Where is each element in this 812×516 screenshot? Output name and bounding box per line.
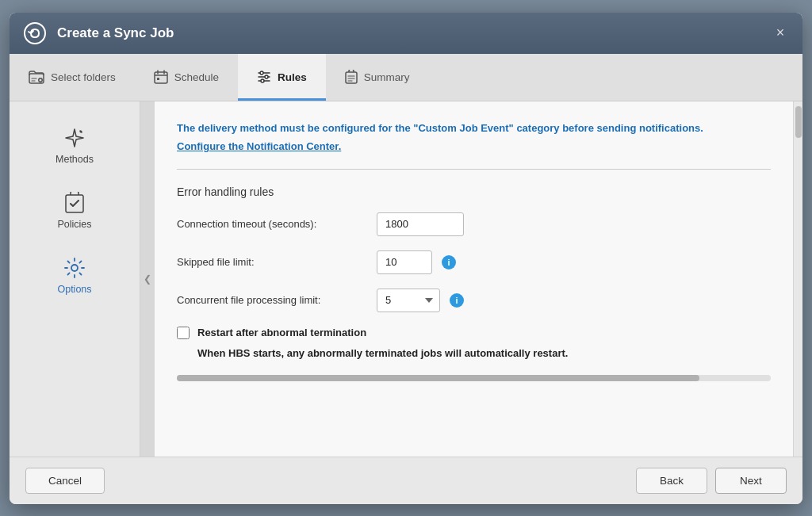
title-bar-left: Create a Sync Job bbox=[22, 21, 174, 46]
scrollbar-thumb[interactable] bbox=[177, 375, 699, 381]
sync-icon bbox=[22, 21, 48, 46]
close-button[interactable]: × bbox=[771, 24, 790, 43]
tab-rules[interactable]: Rules bbox=[238, 54, 326, 101]
tab-bar: Select folders Schedule bbox=[10, 54, 802, 101]
sidebar: Methods Policies bbox=[10, 101, 140, 457]
back-button[interactable]: Back bbox=[636, 468, 707, 494]
restart-checkbox[interactable] bbox=[177, 327, 190, 339]
dialog: Create a Sync Job × Select folders bbox=[10, 13, 802, 504]
concurrent-limit-row: Concurrent file processing limit: 1 2 3 … bbox=[177, 289, 771, 312]
footer: Cancel Back Next bbox=[10, 457, 802, 504]
sparkle-icon bbox=[63, 127, 86, 149]
sidebar-options-label: Options bbox=[57, 284, 91, 295]
title-bar: Create a Sync Job × bbox=[10, 13, 802, 54]
svg-point-12 bbox=[265, 75, 268, 78]
restart-checkbox-row: Restart after abnormal termination bbox=[177, 327, 771, 339]
chevron-left-icon: ❮ bbox=[144, 273, 151, 285]
sidebar-policies-label: Policies bbox=[57, 219, 91, 230]
skipped-file-input[interactable] bbox=[377, 250, 432, 274]
skipped-file-info-icon[interactable]: i bbox=[442, 255, 456, 269]
panel-collapse-arrow[interactable]: ❮ bbox=[140, 101, 155, 457]
clipboard-icon bbox=[345, 70, 358, 84]
tab-summary-label: Summary bbox=[364, 71, 410, 83]
notification-text: The delivery method must be configured f… bbox=[177, 120, 771, 136]
sidebar-item-options[interactable]: Options bbox=[27, 247, 122, 304]
calendar-icon bbox=[154, 70, 168, 84]
svg-rect-14 bbox=[346, 72, 357, 83]
sliders-icon bbox=[257, 70, 271, 84]
right-scrollbar[interactable] bbox=[793, 101, 802, 457]
folders-icon bbox=[29, 70, 44, 84]
content-area: The delivery method must be configured f… bbox=[155, 101, 793, 457]
divider bbox=[177, 169, 771, 170]
connection-timeout-input[interactable] bbox=[377, 212, 464, 236]
cancel-button[interactable]: Cancel bbox=[25, 468, 105, 494]
main-content: Methods Policies bbox=[10, 101, 802, 457]
tab-schedule[interactable]: Schedule bbox=[135, 54, 238, 101]
footer-right: Back Next bbox=[636, 468, 787, 494]
tab-select-folders-label: Select folders bbox=[51, 71, 116, 83]
concurrent-limit-label: Concurrent file processing limit: bbox=[177, 294, 367, 306]
gear-icon bbox=[63, 257, 86, 279]
tab-rules-label: Rules bbox=[278, 71, 307, 83]
svg-point-13 bbox=[261, 79, 264, 82]
tab-schedule-label: Schedule bbox=[174, 71, 219, 83]
next-button[interactable]: Next bbox=[715, 468, 787, 494]
svg-rect-3 bbox=[155, 72, 167, 83]
tab-summary[interactable]: Summary bbox=[326, 54, 429, 101]
skipped-file-limit-row: Skipped file limit: i bbox=[177, 250, 771, 274]
scrollbar-track bbox=[177, 375, 771, 381]
connection-timeout-label: Connection timeout (seconds): bbox=[177, 218, 367, 230]
svg-point-11 bbox=[260, 71, 263, 75]
dialog-title: Create a Sync Job bbox=[57, 25, 174, 41]
concurrent-limit-select[interactable]: 1 2 3 4 5 10 20 bbox=[377, 289, 440, 312]
notification-link[interactable]: Configure the Notification Center. bbox=[177, 140, 341, 152]
sidebar-item-methods[interactable]: Methods bbox=[27, 117, 122, 174]
skipped-file-label: Skipped file limit: bbox=[177, 256, 367, 268]
connection-timeout-row: Connection timeout (seconds): bbox=[177, 212, 771, 236]
svg-point-0 bbox=[25, 23, 45, 44]
concurrent-info-icon[interactable]: i bbox=[450, 293, 464, 308]
sidebar-methods-label: Methods bbox=[56, 154, 94, 165]
restart-checkbox-desc: When HBS starts, any abnormally terminat… bbox=[197, 347, 771, 359]
clipboard-check-icon bbox=[64, 192, 85, 214]
notification-box: The delivery method must be configured f… bbox=[177, 120, 771, 155]
tab-select-folders[interactable]: Select folders bbox=[10, 54, 135, 101]
svg-rect-7 bbox=[157, 78, 159, 80]
section-title: Error handling rules bbox=[177, 185, 771, 198]
sidebar-item-policies[interactable]: Policies bbox=[27, 182, 122, 239]
restart-checkbox-label[interactable]: Restart after abnormal termination bbox=[197, 327, 366, 338]
svg-point-21 bbox=[71, 265, 78, 271]
scrollbar-vertical-thumb[interactable] bbox=[795, 106, 802, 138]
